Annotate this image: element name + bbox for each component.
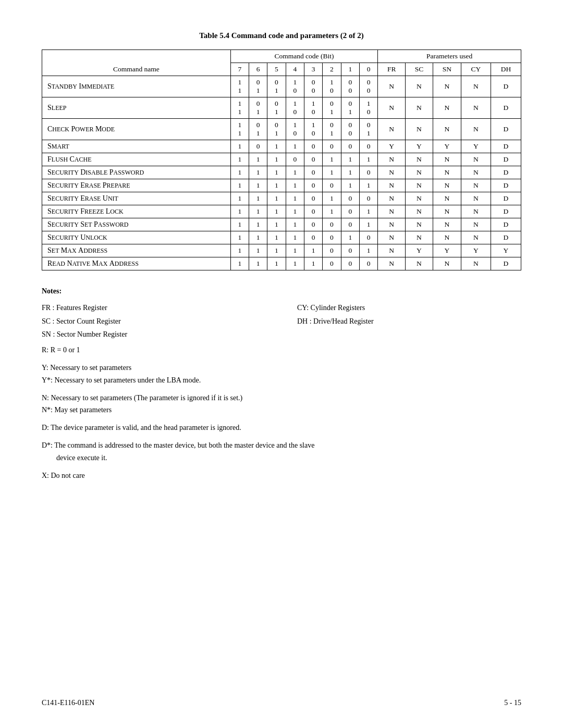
- param-cell: N: [378, 205, 406, 218]
- bit-cell: 0: [304, 192, 322, 205]
- table-row: SECURITY ERASE UNIT11110100NNNND: [42, 192, 521, 205]
- bit-cell: 0: [304, 218, 322, 231]
- table-row: SLEEP1101011010010110NNNND: [42, 97, 521, 119]
- command-name-cell: SLEEP: [42, 97, 231, 119]
- bit-header: 4: [286, 63, 304, 76]
- param-cell: N: [406, 205, 433, 218]
- bit-cell: 01: [267, 97, 286, 119]
- param-cell: D: [491, 76, 521, 97]
- bit-cell: 01: [341, 97, 359, 119]
- bit-cell: 01: [249, 97, 267, 119]
- param-cell: D: [491, 119, 521, 140]
- bit-cell: 1: [249, 153, 267, 166]
- bit-cell: 1: [341, 153, 359, 166]
- command-name-cell: READ NATIVE MAX ADDRESS: [42, 257, 231, 270]
- r-note-block: R: R = 0 or 1: [42, 344, 521, 356]
- bit-cell: 1: [286, 231, 304, 244]
- param-cell: N: [406, 76, 433, 97]
- param-header: DH: [491, 63, 521, 76]
- bit-cell: 01: [249, 119, 267, 140]
- y-notes-block: Y: Necessary to set parameters Y*: Neces…: [42, 362, 521, 387]
- bit-cell: 1: [249, 231, 267, 244]
- table-row: SECURITY SET PASSWORD11110001NNNND: [42, 218, 521, 231]
- n-notes-block: N: Necessary to set parameters (The para…: [42, 392, 521, 417]
- param-header: SC: [406, 63, 433, 76]
- bit-header: 3: [304, 63, 322, 76]
- param-cell: N: [378, 97, 406, 119]
- param-cell: D: [491, 218, 521, 231]
- param-cell: N: [378, 231, 406, 244]
- bit-cell: 10: [304, 97, 322, 119]
- param-cell: N: [378, 244, 406, 257]
- command-name-cell: SECURITY SET PASSWORD: [42, 218, 231, 231]
- table-row: CHECK POWER MODE1101011010010001NNNND: [42, 119, 521, 140]
- bit-cell: 1: [230, 192, 249, 205]
- param-cell: N: [406, 119, 433, 140]
- bit-cell: 1: [286, 218, 304, 231]
- command-table: Command name Command code (Bit) Paramete…: [42, 50, 521, 270]
- dstar-note: D*: The command is addressed to the mast…: [42, 439, 521, 464]
- param-cell: Y: [378, 140, 406, 153]
- bit-cell: 1: [267, 179, 286, 192]
- param-cell: N: [406, 231, 433, 244]
- param-cell: N: [378, 192, 406, 205]
- bit-cell: 1: [323, 153, 341, 166]
- table-row: READ NATIVE MAX ADDRESS11111000NNNND: [42, 257, 521, 270]
- bit-cell: 1: [267, 244, 286, 257]
- param-cell: N: [461, 192, 491, 205]
- bit-cell: 1: [341, 166, 359, 179]
- param-cell: N: [378, 153, 406, 166]
- bit-cell: 1: [341, 179, 359, 192]
- param-cell: N: [406, 166, 433, 179]
- param-header: SN: [433, 63, 461, 76]
- bit-header: 1: [341, 63, 359, 76]
- param-cell: N: [461, 257, 491, 270]
- param-cell: N: [461, 119, 491, 140]
- command-name-cell: SMART: [42, 140, 231, 153]
- bit-cell: 0: [286, 153, 304, 166]
- bit-cell: 1: [230, 257, 249, 270]
- param-cell: N: [461, 218, 491, 231]
- bit-cell: 01: [323, 119, 341, 140]
- notes-col-left: FR : Features Register SC : Sector Count…: [42, 302, 266, 342]
- bit-cell: 1: [267, 257, 286, 270]
- param-cell: Y: [461, 244, 491, 257]
- bit-cell: 0: [341, 218, 359, 231]
- param-cell: N: [433, 192, 461, 205]
- ystar-note: Y*: Necessary to set parameters under th…: [42, 374, 521, 387]
- bit-cell: 1: [267, 192, 286, 205]
- bit-cell: 0: [323, 218, 341, 231]
- bit-header: 6: [249, 63, 267, 76]
- bit-cell: 01: [267, 119, 286, 140]
- param-cell: N: [461, 166, 491, 179]
- bit-cell: 11: [230, 119, 249, 140]
- d-note: D: The device parameter is valid, and th…: [42, 422, 521, 434]
- fr-note: FR : Features Register: [42, 302, 266, 314]
- bit-cell: 1: [249, 257, 267, 270]
- command-name-cell: SET MAX ADDRESS: [42, 244, 231, 257]
- bit-cell: 1: [359, 205, 377, 218]
- bit-header: 7: [230, 63, 249, 76]
- bit-cell: 1: [286, 166, 304, 179]
- r-note: R: R = 0 or 1: [42, 344, 521, 356]
- param-cell: Y: [461, 140, 491, 153]
- param-cell: N: [433, 257, 461, 270]
- param-cell: N: [378, 166, 406, 179]
- command-name-cell: SECURITY ERASE UNIT: [42, 192, 231, 205]
- table-row: SECURITY UNLOCK11110010NNNND: [42, 231, 521, 244]
- param-cell: N: [461, 205, 491, 218]
- bit-cell: 0: [341, 257, 359, 270]
- param-cell: N: [406, 179, 433, 192]
- bit-cell: 01: [323, 97, 341, 119]
- bit-cell: 11: [230, 76, 249, 97]
- bit-cell: 1: [267, 140, 286, 153]
- bit-cell: 1: [304, 257, 322, 270]
- bit-header: 5: [267, 63, 286, 76]
- param-cell: N: [433, 153, 461, 166]
- param-cell: Y: [406, 244, 433, 257]
- bit-cell: 1: [359, 153, 377, 166]
- param-cell: N: [433, 231, 461, 244]
- param-cell: N: [461, 153, 491, 166]
- param-cell: N: [378, 76, 406, 97]
- bit-header: 2: [323, 63, 341, 76]
